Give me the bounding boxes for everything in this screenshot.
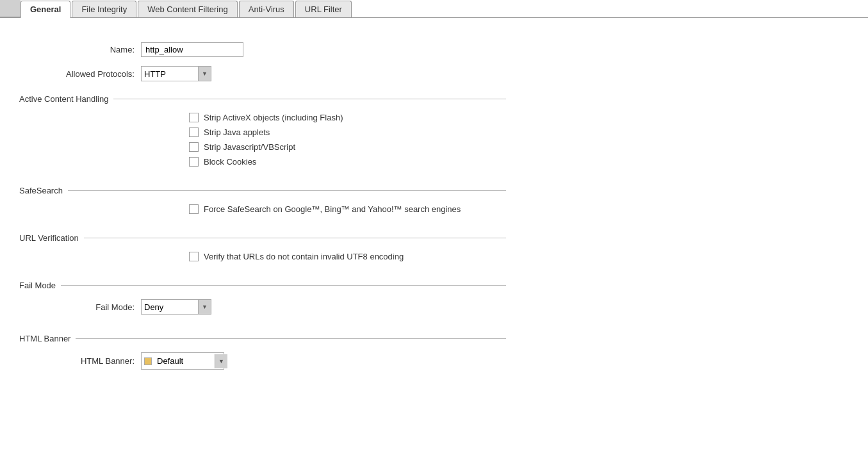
html-banner-select[interactable]: Default [154, 354, 212, 368]
html-banner-color-inner: Default [142, 353, 215, 369]
active-content-section-title: Active Content Handling [19, 94, 108, 104]
allowed-protocols-select[interactable]: HTTP HTTPS FTP [142, 67, 198, 81]
html-banner-section-title: HTML Banner [19, 334, 70, 343]
fail-mode-label: Fail Mode: [19, 302, 135, 312]
safesearch-section-line [68, 190, 506, 191]
html-banner-label: HTML Banner: [19, 356, 135, 366]
tab-anti-virus[interactable]: Anti-Virus [239, 1, 294, 17]
url-verification-checkboxes: Verify that URLs do not contain invalid … [19, 252, 506, 261]
allowed-protocols-label: Allowed Protocols: [19, 69, 135, 79]
safesearch-checkboxes: Force SafeSearch on Google™, Bing™ and Y… [19, 204, 506, 214]
active-content-checkboxes: Strip ActiveX objects (including Flash) … [19, 113, 506, 167]
verify-utf8-label: Verify that URLs do not contain invalid … [204, 252, 404, 261]
block-cookies-checkbox[interactable] [189, 157, 199, 167]
html-banner-section-line [76, 338, 506, 339]
verify-utf8-row: Verify that URLs do not contain invalid … [189, 252, 506, 261]
strip-javascript-label: Strip Javascript/VBScript [204, 142, 295, 152]
fail-mode-select[interactable]: Deny Allow [142, 300, 198, 314]
strip-activex-row: Strip ActiveX objects (including Flash) [189, 113, 506, 122]
strip-java-row: Strip Java applets [189, 127, 506, 137]
tab-url-filter[interactable]: URL Filter [295, 1, 352, 17]
strip-javascript-checkbox[interactable] [189, 142, 199, 152]
fail-mode-dropdown-arrow[interactable] [198, 300, 211, 314]
url-verification-section-line [84, 238, 506, 238]
fail-mode-section-title: Fail Mode [19, 281, 56, 290]
force-safesearch-row: Force SafeSearch on Google™, Bing™ and Y… [189, 204, 506, 214]
tab-general[interactable]: General [20, 1, 70, 18]
allowed-protocols-select-wrapper: HTTP HTTPS FTP [141, 66, 211, 81]
name-input[interactable] [141, 42, 243, 57]
strip-activex-checkbox[interactable] [189, 113, 199, 122]
html-banner-color-swatch [144, 357, 152, 365]
strip-java-label: Strip Java applets [204, 127, 270, 137]
strip-javascript-row: Strip Javascript/VBScript [189, 142, 506, 152]
force-safesearch-checkbox[interactable] [189, 204, 199, 214]
allowed-protocols-dropdown-arrow[interactable] [198, 67, 211, 81]
html-banner-select-wrapper: Default [141, 352, 224, 370]
strip-java-checkbox[interactable] [189, 127, 199, 137]
block-cookies-row: Block Cookies [189, 157, 506, 167]
active-content-section-line [113, 99, 506, 99]
url-verification-section-title: URL Verification [19, 233, 79, 243]
name-label: Name: [19, 45, 135, 54]
fail-mode-select-wrapper: Deny Allow [141, 299, 211, 315]
verify-utf8-checkbox[interactable] [189, 252, 199, 261]
strip-activex-label: Strip ActiveX objects (including Flash) [204, 113, 343, 122]
fail-mode-section-line [61, 285, 506, 286]
html-banner-dropdown-arrow[interactable] [215, 354, 227, 368]
tab-file-integrity[interactable]: File Integrity [72, 1, 136, 17]
block-cookies-label: Block Cookies [204, 157, 256, 167]
safesearch-section-title: SafeSearch [19, 186, 63, 195]
force-safesearch-label: Force SafeSearch on Google™, Bing™ and Y… [204, 204, 461, 214]
tab-web-content-filtering[interactable]: Web Content Filtering [138, 1, 238, 17]
